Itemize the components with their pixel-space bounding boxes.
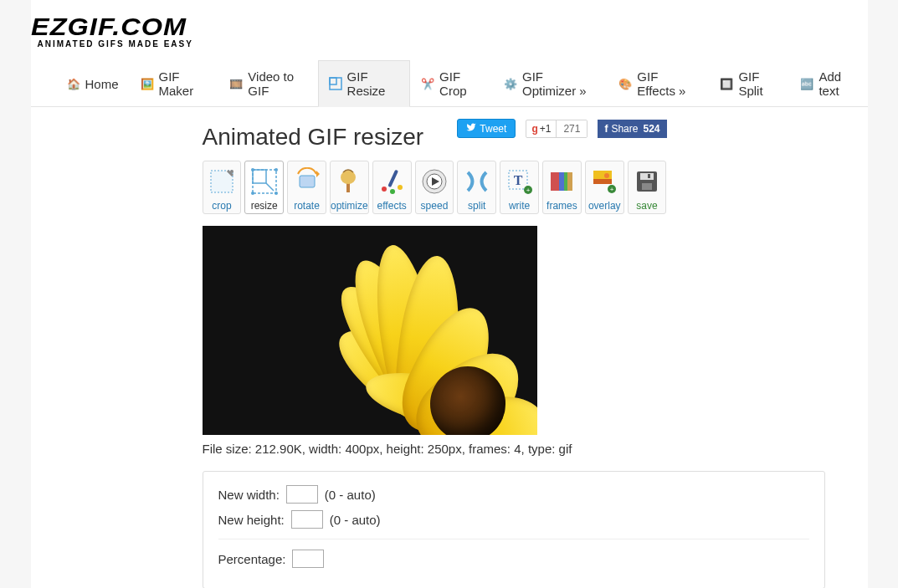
video-icon: 🎞️ — [229, 77, 243, 90]
crop-icon — [207, 166, 237, 197]
svg-point-9 — [275, 192, 278, 195]
nav-home-label: Home — [85, 77, 119, 91]
page-title: Animated GIF resizer — [203, 124, 424, 151]
tool-save-label: save — [636, 200, 657, 212]
logo-sub-text: ANIMATED GIFS MADE EASY — [38, 39, 868, 49]
width-hint: (0 - auto) — [325, 488, 376, 502]
save-icon — [632, 166, 662, 197]
resize-icon — [249, 166, 280, 197]
share-buttons: Tweet g+1 271 f Share 524 — [457, 119, 666, 138]
nav-gif-effects[interactable]: 🎨 GIF Effects » — [608, 60, 709, 106]
tool-split[interactable]: split — [457, 161, 496, 214]
effects-icon — [377, 166, 407, 197]
image-preview — [203, 226, 537, 435]
svg-rect-14 — [387, 170, 398, 188]
tool-write-label: write — [509, 200, 530, 212]
svg-point-17 — [398, 185, 403, 190]
tool-speed[interactable]: speed — [415, 161, 454, 214]
optimize-icon — [334, 166, 364, 197]
overlay-icon: + — [589, 166, 619, 197]
tool-resize[interactable]: resize — [244, 161, 284, 214]
svg-text:+: + — [526, 187, 530, 194]
nav-gif-optimizer[interactable]: ⚙️ GIF Optimizer » — [493, 60, 608, 106]
split-nav-icon: 🔲 — [720, 77, 733, 90]
percentage-label: Percentage: — [218, 552, 286, 566]
twitter-icon — [466, 122, 476, 135]
tool-write[interactable]: T+ write — [500, 161, 539, 214]
svg-point-16 — [390, 189, 395, 194]
svg-marker-11 — [316, 171, 320, 177]
resize-form: New width: (0 - auto) New height: (0 - a… — [203, 471, 825, 588]
svg-rect-36 — [642, 183, 652, 190]
svg-rect-35 — [640, 173, 654, 180]
svg-rect-26 — [559, 172, 564, 191]
nav-video-to-gif[interactable]: 🎞️ Video to GIF — [218, 60, 317, 106]
nav-maker-label: GIF Maker — [159, 69, 208, 98]
nav-crop-label: GIF Crop — [439, 69, 482, 98]
nav-resize-label: GIF Resize — [347, 69, 399, 98]
nav-gif-crop[interactable]: ✂️ GIF Crop — [410, 60, 493, 106]
logo-block: EZGIF.COM ANIMATED GIFS MADE EASY — [31, 0, 868, 52]
width-input[interactable] — [286, 485, 318, 504]
nav-home[interactable]: 🏠 Home — [56, 60, 130, 106]
tool-rotate-label: rotate — [294, 200, 320, 212]
svg-point-7 — [275, 168, 278, 171]
main-nav: 🏠 Home 🖼️ GIF Maker 🎞️ Video to GIF GIF … — [31, 60, 868, 107]
nav-video-label: Video to GIF — [248, 69, 306, 98]
gplus-button[interactable]: g+1 271 — [526, 120, 588, 138]
tool-effects[interactable]: effects — [372, 161, 412, 214]
gplus-icon: g — [531, 123, 537, 135]
fb-share-button[interactable]: f Share 524 — [598, 120, 666, 138]
rotate-icon — [292, 166, 322, 197]
nav-gif-split[interactable]: 🔲 GIF Split — [709, 60, 789, 106]
tweet-button[interactable]: Tweet — [457, 119, 516, 138]
tool-rotate[interactable]: rotate — [287, 161, 326, 214]
crop-nav-icon: ✂️ — [421, 77, 434, 90]
fb-label: Share — [611, 123, 638, 135]
addtext-icon: 🔤 — [800, 77, 813, 90]
height-hint: (0 - auto) — [330, 513, 381, 527]
svg-rect-27 — [564, 172, 567, 191]
tool-effects-label: effects — [377, 200, 407, 212]
split-icon — [462, 166, 492, 197]
tool-optimize[interactable]: optimize — [330, 161, 369, 214]
svg-point-8 — [251, 192, 254, 195]
svg-rect-25 — [551, 172, 559, 191]
svg-rect-0 — [330, 78, 341, 89]
percentage-input[interactable] — [292, 550, 324, 568]
svg-rect-10 — [300, 176, 315, 187]
tool-crop[interactable]: crop — [203, 161, 242, 214]
speed-icon — [419, 166, 449, 197]
svg-point-15 — [382, 187, 387, 192]
nav-gif-resize[interactable]: GIF Resize — [318, 60, 410, 107]
height-input[interactable] — [291, 510, 323, 529]
tool-speed-label: speed — [421, 200, 449, 212]
home-icon: 🏠 — [67, 77, 80, 90]
nav-optimizer-label: GIF Optimizer » — [522, 69, 597, 98]
tool-toolbar: crop resize rotate optimize — [203, 161, 667, 214]
gplus-count: 271 — [557, 120, 587, 137]
gplus-label: +1 — [540, 123, 552, 135]
tool-overlay[interactable]: + overlay — [585, 161, 624, 214]
nav-gif-maker[interactable]: 🖼️ GIF Maker — [130, 60, 219, 106]
nav-addtext-label: Add text — [818, 69, 856, 98]
svg-text:+: + — [610, 186, 614, 193]
tweet-label: Tweet — [480, 123, 506, 135]
nav-effects-label: GIF Effects » — [637, 69, 698, 98]
svg-rect-5 — [253, 170, 266, 183]
nav-add-text[interactable]: 🔤 Add text — [789, 60, 867, 106]
write-icon: T+ — [505, 166, 535, 197]
tool-frames[interactable]: frames — [542, 161, 582, 214]
optimizer-icon: ⚙️ — [504, 77, 517, 90]
facebook-icon: f — [604, 123, 608, 135]
tool-overlay-label: overlay — [588, 200, 621, 212]
width-label: New width: — [218, 488, 280, 502]
tool-save[interactable]: save — [628, 161, 667, 214]
svg-point-31 — [604, 173, 609, 178]
svg-rect-30 — [593, 179, 612, 184]
tool-frames-label: frames — [546, 200, 577, 212]
svg-rect-1 — [330, 78, 336, 84]
frames-icon — [546, 166, 577, 197]
svg-point-6 — [251, 168, 254, 171]
effects-nav-icon: 🎨 — [618, 77, 632, 90]
